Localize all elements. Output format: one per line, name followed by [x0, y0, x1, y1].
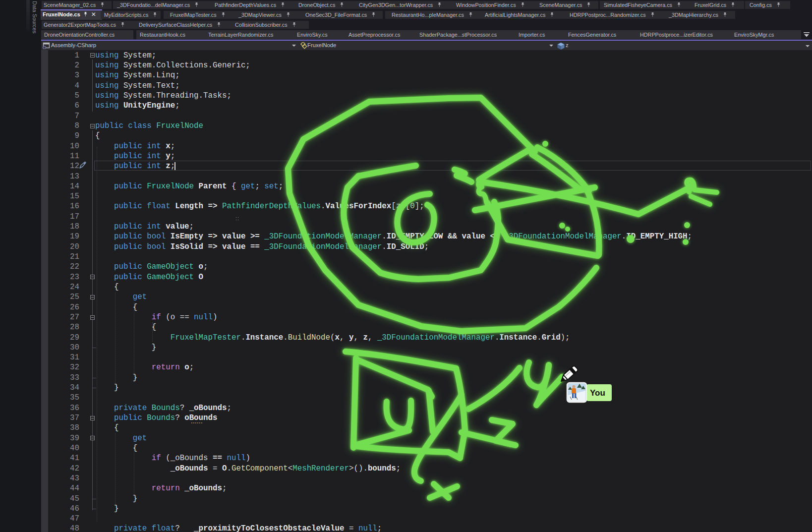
svg-text:You: You: [590, 388, 605, 398]
